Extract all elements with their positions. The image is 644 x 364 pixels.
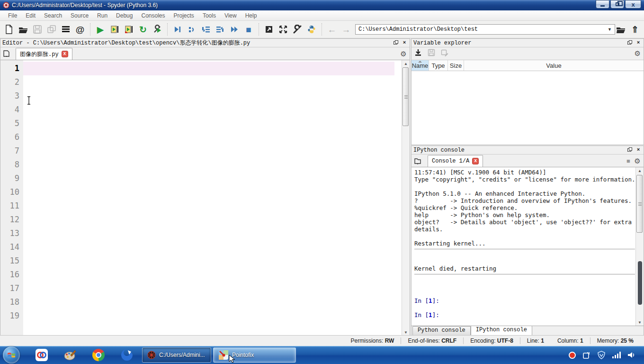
column-header-name[interactable]: Name: [411, 60, 429, 71]
menu-item-8[interactable]: Tools: [198, 11, 220, 20]
tab-ipython-console[interactable]: IPython console: [471, 326, 532, 336]
console-tab-close-button[interactable]: x: [472, 158, 479, 164]
menu-item-7[interactable]: Projects: [170, 11, 198, 20]
variable-explorer-undock-button[interactable]: [626, 40, 633, 46]
menu-item-5[interactable]: Debug: [112, 11, 137, 20]
quicklaunch-chrome[interactable]: [91, 348, 106, 362]
menu-item-3[interactable]: Source: [66, 11, 93, 20]
sunlogin-icon: [35, 348, 48, 362]
scrollbar-thumb[interactable]: [636, 175, 643, 233]
scroll-up-arrow[interactable]: ▲: [402, 60, 410, 67]
security-shield-tray-icon[interactable]: [597, 351, 606, 359]
menu-item-2[interactable]: Search: [40, 11, 66, 20]
new-file-button[interactable]: [2, 23, 16, 36]
menu-item-1[interactable]: Edit: [21, 11, 40, 20]
console-options-button[interactable]: ⚙: [634, 158, 641, 164]
fullscreen-button[interactable]: [276, 23, 290, 36]
debug-continue-button[interactable]: [227, 23, 242, 36]
file-switcher-button[interactable]: [59, 23, 73, 36]
line-number-5: 6: [0, 130, 23, 144]
editor-browse-tabs-button[interactable]: [0, 47, 13, 60]
working-directory-input[interactable]: [355, 24, 615, 35]
open-file-button[interactable]: [16, 23, 30, 36]
ibeam-cursor: [27, 96, 31, 105]
back-button[interactable]: ←: [325, 23, 339, 36]
line-number-2: 3: [0, 89, 23, 103]
run-config-icon: [152, 25, 162, 34]
menu-item-4[interactable]: Run: [93, 11, 112, 20]
rerun-button[interactable]: ↻: [136, 23, 150, 36]
start-button[interactable]: [3, 346, 20, 364]
variable-explorer-close-button[interactable]: ×: [635, 40, 642, 46]
console-output-line: [414, 290, 635, 297]
network-signal-tray-icon[interactable]: [612, 352, 621, 358]
minimize-button[interactable]: [596, 0, 609, 9]
debug-file-button[interactable]: [170, 23, 185, 36]
scroll-down-arrow[interactable]: ▼: [402, 329, 410, 336]
editor-code-area[interactable]: 12345678910111213141516171819 ▲ ▼: [0, 60, 410, 336]
save-data-button[interactable]: [428, 49, 435, 58]
chrome-icon: [92, 349, 105, 361]
console-vertical-scrollbar[interactable]: ▲ ▼: [635, 167, 644, 326]
maximize-pane-button[interactable]: [262, 23, 276, 36]
forward-button[interactable]: →: [339, 23, 353, 36]
power-plug-tray-icon[interactable]: [582, 351, 590, 359]
editor-pane-title: Editor - C:\Users\Administrator\Desktop\…: [2, 39, 250, 47]
editor-tab[interactable]: 图像的膨胀.py x: [16, 48, 72, 60]
run-cell-advance-button[interactable]: [122, 23, 136, 36]
editor-tab-close-button[interactable]: x: [62, 51, 68, 57]
inner-scrollbar-thumb[interactable]: [638, 261, 642, 305]
menu-item-9[interactable]: View: [220, 11, 241, 20]
ipython-undock-button[interactable]: [626, 147, 633, 153]
recording-tray-icon[interactable]: [569, 352, 576, 359]
console-output-area[interactable]: 11:57:41) [MSC v.1900 64 bit (AMD64)]Typ…: [411, 167, 644, 326]
column-header-size[interactable]: Size: [448, 60, 464, 71]
debug-step-out-button[interactable]: [213, 23, 227, 36]
menu-item-0[interactable]: File: [4, 11, 21, 20]
quicklaunch-sunlogin[interactable]: [35, 348, 49, 362]
scroll-up-arrow[interactable]: ▲: [636, 167, 644, 174]
restore-button[interactable]: [610, 0, 624, 9]
scroll-down-arrow[interactable]: ▼: [636, 319, 644, 326]
browse-directory-button[interactable]: [614, 23, 628, 36]
editor-close-button[interactable]: ×: [401, 40, 408, 46]
ipython-close-button[interactable]: ×: [635, 147, 642, 153]
editor-undock-button[interactable]: [392, 40, 399, 46]
close-button[interactable]: x: [625, 0, 641, 9]
quicklaunch-browser[interactable]: [120, 348, 134, 362]
run-configuration-button[interactable]: [150, 23, 164, 36]
editor-options-button[interactable]: ⚙: [400, 51, 407, 56]
menu-item-6[interactable]: Consoles: [137, 11, 169, 20]
variable-table-body[interactable]: [411, 71, 644, 144]
menu-item-10[interactable]: Help: [241, 11, 261, 20]
tools-button[interactable]: [290, 23, 304, 36]
step-into-icon: [201, 25, 211, 34]
run-file-button[interactable]: ▶: [93, 23, 107, 36]
save-button[interactable]: [30, 23, 45, 36]
scrollbar-thumb[interactable]: [402, 67, 409, 126]
debug-step-button[interactable]: [185, 23, 199, 36]
console-browse-tabs-button[interactable]: [411, 155, 424, 167]
quicklaunch-paint[interactable]: [63, 348, 77, 362]
tab-python-console[interactable]: Python console: [412, 326, 471, 336]
save-data-as-button[interactable]: [441, 49, 448, 58]
interrupt-kernel-button[interactable]: ■: [625, 158, 632, 164]
debug-step-into-button[interactable]: [199, 23, 213, 36]
volume-tray-icon[interactable]: [627, 351, 635, 359]
symbol-finder-button[interactable]: @: [73, 23, 87, 36]
taskbar-button-pointofix[interactable]: Pointofix: [213, 347, 296, 363]
column-header-type[interactable]: Type: [429, 60, 448, 71]
editor-vertical-scrollbar[interactable]: ▲ ▼: [402, 60, 410, 336]
rerun-icon: ↻: [139, 25, 147, 34]
parent-directory-button[interactable]: ⇑: [628, 23, 642, 36]
variable-explorer-options-button[interactable]: ⚙: [635, 49, 641, 58]
console-tab[interactable]: Console 1/A x: [428, 155, 483, 167]
debug-stop-button[interactable]: ■: [242, 23, 256, 36]
save-all-button[interactable]: [45, 23, 59, 36]
run-cell-button[interactable]: [107, 23, 122, 36]
column-header-value[interactable]: Value: [464, 60, 644, 71]
python-env-button[interactable]: [304, 23, 319, 36]
folder-icon: [616, 25, 626, 34]
import-data-button[interactable]: [414, 49, 422, 58]
taskbar-button-spyder[interactable]: C:/Users/Admini...: [142, 347, 211, 363]
